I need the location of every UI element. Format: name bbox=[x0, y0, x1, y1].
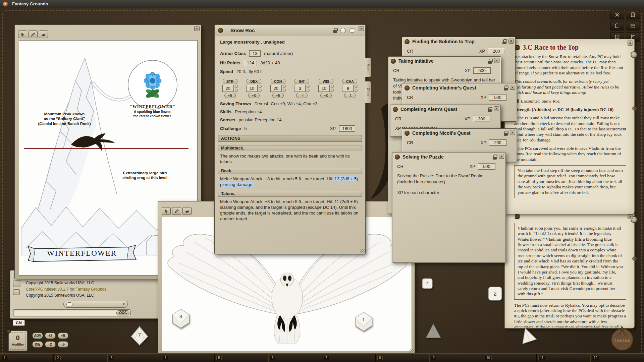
plus5-button[interactable]: +5 bbox=[58, 333, 68, 339]
chat-archive-box-icon[interactable] bbox=[13, 281, 21, 287]
hotkey-slot-6[interactable]: 6 bbox=[268, 354, 322, 362]
ac-field[interactable]: 13 bbox=[249, 50, 261, 57]
close-icon[interactable]: × bbox=[508, 39, 514, 44]
ability-mod[interactable]: -1 bbox=[344, 93, 356, 98]
lock-icon[interactable] bbox=[333, 28, 337, 33]
lock-icon[interactable] bbox=[502, 39, 506, 44]
ability-score[interactable]: 10 bbox=[318, 85, 330, 92]
ability-score[interactable]: 9 bbox=[342, 85, 354, 92]
resize-grip[interactable] bbox=[360, 249, 365, 253]
ability-save-roll-icon[interactable] bbox=[283, 89, 286, 92]
ability-check-roll-icon[interactable] bbox=[331, 85, 334, 88]
pencil-tool-icon[interactable] bbox=[172, 207, 181, 215]
quest-header[interactable]: Finding the Solution to Trap bbox=[402, 37, 515, 46]
tokens-bag[interactable]: TOKENS bbox=[610, 326, 635, 351]
xp-field[interactable]: 500 bbox=[489, 94, 506, 101]
ability-mod[interactable]: +5 bbox=[224, 93, 236, 98]
xp-field[interactable]: 1800 bbox=[339, 125, 355, 132]
scroll-wheel[interactable] bbox=[631, 51, 637, 58]
xp-field[interactable]: 300 bbox=[473, 116, 490, 122]
link-icon[interactable] bbox=[395, 155, 400, 160]
close-icon[interactable]: × bbox=[494, 58, 499, 63]
close-icon[interactable]: × bbox=[628, 214, 633, 219]
hotkey-slot-8[interactable]: 8 bbox=[376, 354, 429, 362]
ability-score[interactable]: 20 bbox=[222, 85, 234, 92]
eraser-tool-icon[interactable] bbox=[182, 207, 192, 215]
d8-die[interactable]: 1 bbox=[355, 312, 373, 333]
hp-field[interactable]: 124 bbox=[244, 60, 257, 66]
story-link-icon[interactable] bbox=[515, 214, 520, 219]
lock-icon[interactable] bbox=[493, 155, 497, 160]
eraser-tool-icon[interactable] bbox=[39, 31, 48, 38]
hp-formula[interactable]: 8d20 + 40 bbox=[260, 60, 280, 65]
ability-check-roll-icon[interactable] bbox=[235, 85, 238, 88]
minus2-button[interactable]: -2 bbox=[45, 341, 56, 348]
lock-icon[interactable] bbox=[504, 131, 508, 136]
pencil-tool-icon[interactable] bbox=[29, 31, 38, 38]
hotkey-slot-10[interactable]: 10 bbox=[483, 354, 537, 362]
quest-header[interactable]: Completing Alem's Quest bbox=[390, 105, 500, 114]
hotkey-slot-4[interactable]: 4 bbox=[161, 354, 215, 362]
link-icon[interactable] bbox=[405, 85, 410, 90]
ability-mod[interactable]: +5 bbox=[272, 93, 284, 98]
ability-save-roll-icon[interactable] bbox=[355, 89, 358, 92]
challenge-value[interactable]: 5 bbox=[244, 126, 247, 131]
ability-check-roll-icon[interactable] bbox=[283, 85, 286, 88]
ability-check-roll-icon[interactable] bbox=[355, 85, 358, 88]
lock-icon[interactable] bbox=[488, 107, 492, 112]
link-icon[interactable] bbox=[405, 131, 410, 136]
ability-mod[interactable]: +0 bbox=[248, 93, 260, 98]
modifier-box[interactable]: 0 Modifier bbox=[8, 330, 28, 351]
d10-die[interactable]: 7 bbox=[130, 326, 149, 347]
die-button[interactable]: DIE bbox=[32, 341, 43, 348]
link-icon[interactable] bbox=[393, 107, 398, 112]
d6-die[interactable]: 2 bbox=[487, 286, 503, 303]
xp-field[interactable]: 500 bbox=[478, 163, 495, 170]
pointer-tool-icon[interactable] bbox=[18, 31, 27, 38]
d8-die[interactable]: 8 bbox=[172, 309, 190, 330]
xp-field[interactable]: 200 bbox=[488, 48, 505, 54]
ability-check-roll-icon[interactable] bbox=[307, 85, 310, 88]
close-icon[interactable]: × bbox=[494, 106, 499, 111]
link-icon[interactable] bbox=[391, 59, 396, 64]
chat-bubble-icon[interactable] bbox=[349, 28, 355, 33]
hotkey-slot-11[interactable]: 11 bbox=[537, 354, 590, 362]
close-icon[interactable]: × bbox=[628, 41, 633, 46]
hotkey-slot-7[interactable]: 7 bbox=[322, 354, 376, 362]
ooc-button[interactable]: OOC bbox=[116, 310, 129, 315]
close-icon[interactable]: × bbox=[359, 26, 364, 31]
moon-icon[interactable] bbox=[610, 21, 624, 31]
link-icon[interactable] bbox=[405, 39, 410, 44]
link-icon[interactable] bbox=[218, 28, 223, 33]
hotkey-slot-3[interactable]: 3 bbox=[107, 354, 161, 362]
ability-check-roll-icon[interactable] bbox=[259, 85, 262, 88]
ability-score[interactable]: 20 bbox=[270, 85, 282, 92]
chat-mode-dropdown[interactable]: ▾ bbox=[63, 301, 128, 308]
minus5-button[interactable]: -5 bbox=[58, 341, 68, 348]
close-icon[interactable]: × bbox=[499, 154, 504, 159]
tab-other[interactable]: Other bbox=[365, 81, 371, 103]
adv-button[interactable]: ADV bbox=[32, 333, 43, 339]
d6-die[interactable]: 2 bbox=[422, 278, 433, 291]
modifier-gear-icon[interactable] bbox=[7, 329, 11, 334]
close-icon[interactable]: × bbox=[510, 85, 515, 90]
hotkey-slot-9[interactable]: 9 bbox=[429, 354, 483, 362]
ability-save-roll-icon[interactable] bbox=[331, 89, 334, 92]
pointer-tool-icon[interactable] bbox=[162, 207, 171, 215]
ability-save-roll-icon[interactable] bbox=[259, 89, 262, 92]
ability-score[interactable]: 3 bbox=[294, 85, 306, 92]
scroll-icon[interactable] bbox=[626, 10, 640, 19]
xp-field[interactable]: 500 bbox=[473, 67, 491, 74]
hammer-tools-icon[interactable] bbox=[610, 10, 624, 19]
hotkey-slot-1[interactable]: 1 bbox=[0, 354, 54, 362]
d4-die[interactable] bbox=[425, 322, 442, 341]
ability-save-roll-icon[interactable] bbox=[307, 89, 310, 92]
story-link-icon[interactable] bbox=[515, 45, 520, 50]
lock-icon[interactable] bbox=[504, 85, 508, 90]
quest-header[interactable]: Solving the Puzzle bbox=[392, 153, 505, 161]
lock-icon[interactable] bbox=[488, 59, 492, 64]
quest-header[interactable]: Completing Nicoli's Quest bbox=[402, 129, 517, 137]
encounter-link[interactable]: Encounter: Snow Roc bbox=[521, 99, 560, 104]
npc-sheet-header[interactable]: Snow Roc bbox=[215, 25, 365, 36]
titlebar-close-button[interactable]: × bbox=[3, 1, 8, 7]
